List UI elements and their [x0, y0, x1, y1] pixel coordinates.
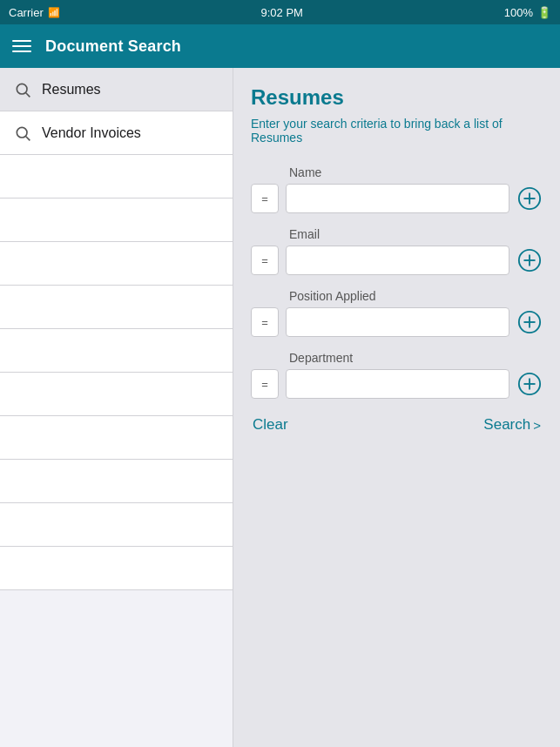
position-add-button[interactable]	[516, 309, 543, 335]
status-left: Carrier 📶	[9, 6, 60, 19]
position-equals-button[interactable]: =	[251, 307, 279, 337]
sidebar-empty-4	[0, 286, 233, 329]
search-label: Search	[483, 416, 530, 434]
position-input[interactable]	[286, 307, 509, 337]
sidebar-empty-1	[0, 155, 233, 199]
plus-circle-icon	[517, 186, 542, 211]
svg-point-2	[17, 127, 27, 138]
hamburger-button[interactable]	[12, 40, 31, 52]
content-title: Resumes	[251, 85, 543, 110]
email-equals-button[interactable]: =	[251, 246, 279, 275]
email-field-group: Email =	[251, 227, 543, 275]
status-bar: Carrier 📶 9:02 PM 100% 🔋	[0, 0, 560, 24]
name-equals-button[interactable]: =	[251, 184, 279, 213]
name-field-row: =	[251, 184, 543, 213]
department-field-row: =	[251, 369, 543, 399]
name-label: Name	[289, 165, 543, 179]
sidebar-item-vendor-invoices[interactable]: Vendor Invoices	[0, 111, 233, 155]
sidebar-empty-5	[0, 329, 233, 373]
department-field-group: Department =	[251, 351, 543, 399]
clear-button[interactable]: Clear	[253, 416, 288, 434]
department-label: Department	[289, 351, 543, 365]
svg-point-0	[17, 84, 27, 94]
sidebar-empty-2	[0, 199, 233, 242]
sidebar-empty-9	[0, 503, 233, 547]
search-chevron-icon: >	[533, 418, 541, 433]
time-label: 9:02 PM	[261, 6, 303, 19]
battery-icon: 🔋	[537, 6, 551, 19]
content-subtitle: Enter your search criteria to bring back…	[251, 117, 543, 145]
carrier-label: Carrier	[9, 6, 44, 19]
sidebar-empty-3	[0, 242, 233, 286]
position-label: Position Applied	[289, 289, 543, 303]
email-field-row: =	[251, 246, 543, 275]
department-input[interactable]	[286, 369, 509, 399]
sidebar-empty-8	[0, 460, 233, 503]
name-add-button[interactable]	[516, 185, 543, 212]
department-add-button[interactable]	[516, 371, 543, 397]
sidebar-item-resumes[interactable]: Resumes	[0, 68, 233, 111]
svg-line-3	[26, 136, 30, 140]
nav-bar: Document Search	[0, 24, 560, 68]
name-field-group: Name =	[251, 165, 543, 213]
email-label: Email	[289, 227, 543, 241]
department-equals-button[interactable]: =	[251, 369, 279, 399]
email-add-button[interactable]	[516, 247, 543, 273]
status-right: 100% 🔋	[504, 6, 551, 19]
position-field-group: Position Applied =	[251, 289, 543, 337]
search-icon-vendor	[14, 124, 31, 142]
nav-title: Document Search	[45, 37, 181, 56]
svg-line-1	[26, 92, 30, 97]
plus-circle-icon-email	[517, 248, 542, 273]
search-icon	[14, 81, 31, 98]
email-input[interactable]	[286, 246, 509, 275]
sidebar-empty-6	[0, 373, 233, 416]
position-field-row: =	[251, 307, 543, 337]
sidebar: Resumes Vendor Invoices	[0, 68, 233, 747]
sidebar-item-label-vendor: Vendor Invoices	[42, 125, 141, 141]
name-input[interactable]	[286, 184, 509, 213]
action-row: Clear Search >	[251, 416, 543, 434]
sidebar-empty-10	[0, 547, 233, 590]
main-layout: Resumes Vendor Invoices Resumes Enter yo…	[0, 68, 560, 747]
plus-circle-icon-position	[517, 310, 542, 334]
plus-circle-icon-department	[517, 372, 542, 396]
wifi-icon: 📶	[48, 7, 60, 18]
sidebar-empty-7	[0, 416, 233, 460]
battery-label: 100%	[504, 6, 533, 19]
content-panel: Resumes Enter your search criteria to br…	[233, 68, 560, 747]
search-button[interactable]: Search >	[483, 416, 541, 434]
sidebar-item-label-resumes: Resumes	[42, 82, 101, 98]
